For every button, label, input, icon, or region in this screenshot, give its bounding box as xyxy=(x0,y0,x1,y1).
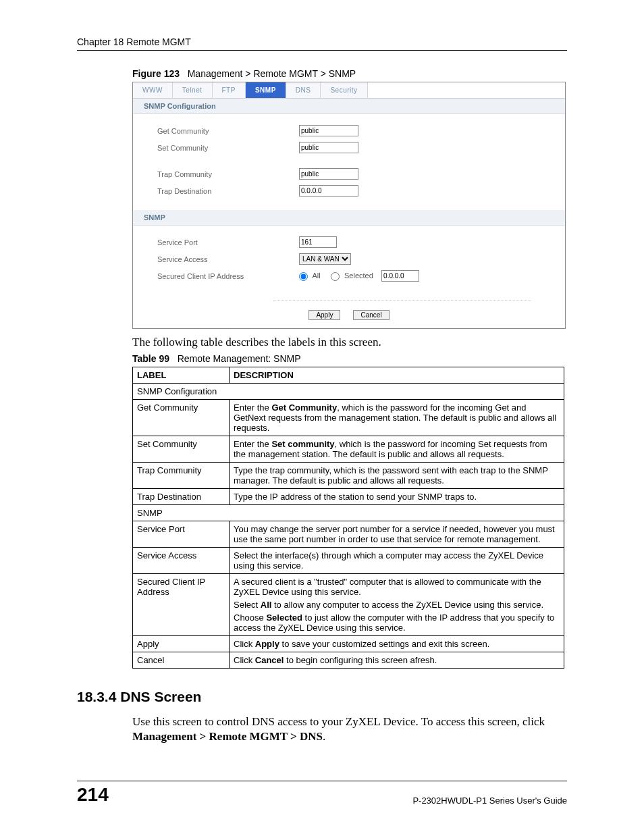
cell-desc: You may change the server port number fo… xyxy=(230,521,564,548)
txt-bold: Apply xyxy=(255,639,279,649)
get-community-input[interactable] xyxy=(299,125,358,136)
radio-all[interactable] xyxy=(299,272,308,281)
txt: to begin configuring this screen afresh. xyxy=(284,655,437,665)
service-access-label: Service Access xyxy=(157,255,299,263)
trap-destination-label: Trap Destination xyxy=(157,187,299,195)
cell-label: Trap Community xyxy=(133,463,230,489)
table-row: SNMP Configuration xyxy=(133,384,564,400)
txt: . xyxy=(323,730,325,743)
cell-desc: Click Cancel to begin configuring this s… xyxy=(230,652,564,669)
cell-desc: Type the trap community, which is the pa… xyxy=(230,463,564,489)
txt-bold: Management > Remote MGMT > DNS xyxy=(132,730,323,743)
txt-bold: Set community xyxy=(271,439,334,449)
radio-selected[interactable] xyxy=(331,272,340,281)
section-heading: 18.3.4 DNS Screen xyxy=(77,689,567,705)
button-bar: Apply Cancel xyxy=(133,306,565,328)
col-label: LABEL xyxy=(133,367,230,384)
txt-bold: All xyxy=(261,600,272,610)
table-row: Secured Client IP Address A secured clie… xyxy=(133,574,564,636)
table-row: Cancel Click Cancel to begin configuring… xyxy=(133,652,564,669)
txt: to save your customized settings and exi… xyxy=(279,639,489,649)
tab-security[interactable]: Security xyxy=(321,82,367,98)
cell-snmp: SNMP xyxy=(133,505,564,521)
cell-label: Trap Destination xyxy=(133,489,230,505)
trap-destination-input[interactable] xyxy=(299,185,358,197)
section-snmp: SNMP xyxy=(133,210,565,226)
trap-community-input[interactable] xyxy=(299,168,358,180)
tab-www[interactable]: WWW xyxy=(133,82,173,98)
txt: to allow any computer to access the ZyXE… xyxy=(271,600,543,610)
apply-button[interactable]: Apply xyxy=(308,310,340,320)
set-community-label: Set Community xyxy=(157,144,299,152)
col-desc: DESCRIPTION xyxy=(230,367,564,384)
tab-telnet[interactable]: Telnet xyxy=(173,82,213,98)
tab-bar: WWW Telnet FTP SNMP DNS Security xyxy=(133,82,565,99)
cell-desc: A secured client is a "trusted" computer… xyxy=(230,574,564,636)
cell-label: Cancel xyxy=(133,652,230,669)
snmp-screenshot: WWW Telnet FTP SNMP DNS Security SNMP Co… xyxy=(132,82,566,329)
secured-ip-label: Secured Client IP Address xyxy=(157,272,299,280)
chapter-title: Chapter 18 Remote MGMT xyxy=(77,36,191,47)
txt: Use this screen to control DNS access to… xyxy=(132,715,545,728)
table-label: Table 99 xyxy=(132,353,169,364)
cell-label: Get Community xyxy=(133,400,230,436)
txt: A secured client is a "trusted" computer… xyxy=(234,577,541,597)
figure-label: Figure 123 xyxy=(132,68,180,79)
tab-snmp[interactable]: SNMP xyxy=(246,82,286,98)
page-header: Chapter 18 Remote MGMT xyxy=(77,36,567,51)
table-row: Service Port You may change the server p… xyxy=(133,521,564,548)
table-row: Apply Click Apply to save your customize… xyxy=(133,636,564,652)
txt-bold: Selected xyxy=(266,613,302,623)
section-snmp-config: SNMP Configuration xyxy=(133,99,565,114)
table-caption-text: Remote Management: SNMP xyxy=(178,353,301,364)
service-port-input[interactable] xyxy=(299,236,337,248)
cell-desc: Enter the Get Community, which is the pa… xyxy=(230,400,564,436)
set-community-input[interactable] xyxy=(299,142,358,153)
guide-name: P-2302HWUDL-P1 Series User's Guide xyxy=(412,796,567,806)
cell-desc: Type the IP address of the station to se… xyxy=(230,489,564,505)
table-row: Trap Destination Type the IP address of … xyxy=(133,489,564,505)
cell-desc: Click Apply to save your customized sett… xyxy=(230,636,564,652)
description-table: LABEL DESCRIPTION SNMP Configuration Get… xyxy=(132,367,564,669)
txt: Enter the xyxy=(234,439,271,449)
cancel-button[interactable]: Cancel xyxy=(353,310,389,320)
txt-bold: Cancel xyxy=(255,655,284,665)
secured-ip-input[interactable] xyxy=(381,270,419,282)
cell-label: Secured Client IP Address xyxy=(133,574,230,636)
radio-all-label: All xyxy=(312,271,320,280)
txt: Click xyxy=(234,655,255,665)
table-row: Service Access Select the interface(s) t… xyxy=(133,548,564,574)
txt: Select xyxy=(234,600,261,610)
service-access-select[interactable]: LAN & WAN xyxy=(299,253,351,265)
table-row: Get Community Enter the Get Community, w… xyxy=(133,400,564,436)
table-row: Set Community Enter the Set community, w… xyxy=(133,436,564,463)
txt: Choose xyxy=(234,613,266,623)
cell-snmp-config: SNMP Configuration xyxy=(133,384,564,400)
txt-bold: Get Community xyxy=(271,402,337,413)
service-port-label: Service Port xyxy=(157,238,299,246)
trap-community-label: Trap Community xyxy=(157,170,299,178)
txt: Click xyxy=(234,639,255,649)
dotted-divider xyxy=(273,301,531,302)
table-header-row: LABEL DESCRIPTION xyxy=(133,367,564,384)
txt: Enter the xyxy=(234,402,271,413)
radio-selected-label: Selected xyxy=(344,271,373,280)
tab-ftp[interactable]: FTP xyxy=(213,82,246,98)
table-intro: The following table describes the labels… xyxy=(132,336,567,349)
tab-dns[interactable]: DNS xyxy=(286,82,321,98)
page-footer: 214 P-2302HWUDL-P1 Series User's Guide xyxy=(77,781,567,806)
section-paragraph: Use this screen to control DNS access to… xyxy=(132,714,567,744)
figure-caption: Figure 123 Management > Remote MGMT > SN… xyxy=(132,68,567,79)
cell-label: Service Port xyxy=(133,521,230,548)
table-row: SNMP xyxy=(133,505,564,521)
figure-text: Management > Remote MGMT > SNMP xyxy=(188,68,356,79)
get-community-label: Get Community xyxy=(157,127,299,135)
cell-label: Apply xyxy=(133,636,230,652)
table-row: Trap Community Type the trap community, … xyxy=(133,463,564,489)
cell-desc: Select the interface(s) through which a … xyxy=(230,548,564,574)
cell-label: Service Access xyxy=(133,548,230,574)
cell-label: Set Community xyxy=(133,436,230,463)
page-number: 214 xyxy=(77,784,109,806)
secured-ip-controls: All Selected xyxy=(299,270,419,282)
table-caption: Table 99 Remote Management: SNMP xyxy=(132,353,567,364)
